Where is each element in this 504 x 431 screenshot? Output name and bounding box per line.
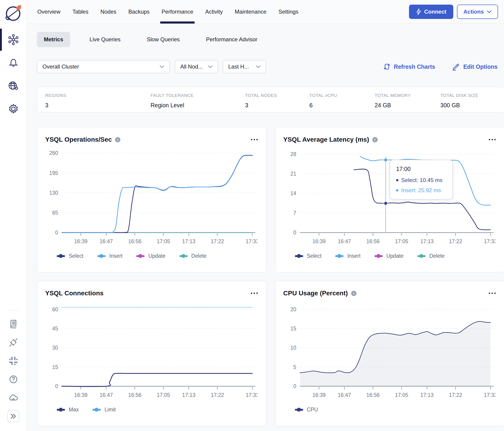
tab-activity[interactable]: Activity: [205, 0, 223, 24]
legend-marker: [295, 409, 303, 411]
subtab-performance-advisor[interactable]: Performance Advisor: [199, 32, 264, 47]
plug-icon: [8, 337, 18, 348]
tab-overview[interactable]: Overview: [37, 0, 61, 24]
lightning-icon: [416, 8, 422, 15]
edit-options-label: Edit Options: [463, 64, 497, 70]
legend-marker: [417, 255, 426, 257]
legend-item-select[interactable]: Select: [295, 253, 322, 259]
subtab-slow-queries[interactable]: Slow Queries: [140, 32, 187, 47]
legend-item-max[interactable]: Max: [57, 407, 79, 413]
info-icon[interactable]: i: [351, 291, 356, 296]
chart-menu-button[interactable]: [250, 291, 258, 296]
legend-item-cpu[interactable]: CPU: [295, 407, 318, 413]
svg-text:30: 30: [52, 345, 58, 351]
svg-text:5: 5: [293, 364, 296, 370]
sidebar-item-alerts[interactable]: [7, 57, 19, 69]
svg-text:17:05: 17:05: [157, 392, 170, 398]
chart-canvas-ysql-connections: 01530456016:3916:4716:5617:0517:1317:221…: [45, 301, 257, 401]
legend-item-limit[interactable]: Limit: [92, 407, 116, 413]
legend-item-update[interactable]: Update: [374, 253, 404, 259]
time-range-value: Last H...: [228, 64, 249, 70]
chart-plot-area[interactable]: 0510152016:3916:4716:5617:0517:1317:2217…: [283, 301, 496, 402]
stat-regions: REGIONS3: [45, 93, 151, 112]
svg-text:17:05: 17:05: [395, 238, 408, 244]
stat-label: FAULT TOLERANCE: [151, 93, 245, 98]
chart-menu-button[interactable]: [488, 291, 496, 296]
sidebar-item-docs[interactable]: [7, 318, 19, 330]
svg-text:16:56: 16:56: [366, 392, 379, 398]
subtab-live-queries[interactable]: Live Queries: [82, 32, 127, 47]
svg-text:14: 14: [290, 190, 296, 196]
tab-settings[interactable]: Settings: [278, 0, 299, 24]
tooltip-row-select: Select: 10.45 ms: [396, 177, 446, 183]
sidebar-item-slack[interactable]: [7, 355, 19, 367]
legend-marker: [136, 255, 144, 257]
chart-title: YSQL Average Latency (ms): [283, 136, 369, 143]
sidebar-item-cloud-status[interactable]: [7, 392, 19, 404]
chart-title: CPU Usage (Percent): [283, 290, 348, 297]
tooltip-series-value: Select: 10.45 ms: [401, 177, 442, 183]
stat-value: Region Level: [151, 102, 245, 109]
chart-legend: CPU: [295, 407, 496, 413]
info-icon[interactable]: i: [372, 137, 378, 142]
brand-logo-icon[interactable]: [3, 3, 24, 23]
tab-nodes[interactable]: Nodes: [100, 0, 117, 24]
sidebar-item-integrations[interactable]: [7, 336, 19, 348]
svg-text:16:56: 16:56: [128, 238, 142, 244]
help-icon: [9, 375, 18, 384]
edit-options-button[interactable]: Edit Options: [452, 63, 497, 71]
time-range-select[interactable]: Last H...: [223, 60, 266, 73]
slack-icon: [9, 356, 18, 366]
stat-label: TOTAL vCPU: [309, 93, 375, 98]
tab-tables[interactable]: Tables: [72, 0, 89, 24]
refresh-charts-button[interactable]: Refresh Charts: [383, 63, 435, 71]
sidebar-divider: [8, 310, 18, 311]
legend-label: Delete: [429, 253, 444, 259]
nodes-select-value: All Nod...: [180, 64, 203, 70]
sidebar-expand-button[interactable]: [7, 410, 19, 422]
sidebar-item-help[interactable]: [7, 373, 19, 385]
legend-item-insert[interactable]: Insert: [97, 253, 123, 259]
legend-item-insert[interactable]: Insert: [335, 253, 360, 259]
svg-text:65: 65: [52, 210, 58, 216]
cluster-select[interactable]: Overall Cluster: [37, 60, 170, 73]
svg-text:16:39: 16:39: [74, 238, 88, 244]
svg-text:15: 15: [52, 364, 58, 370]
legend-item-select[interactable]: Select: [57, 253, 83, 259]
info-icon[interactable]: i: [115, 137, 120, 142]
chart-plot-area[interactable]: 01530456016:3916:4716:5617:0517:1317:221…: [45, 301, 258, 402]
svg-text:16:56: 16:56: [366, 238, 379, 244]
svg-text:130: 130: [49, 190, 58, 196]
chart-menu-button[interactable]: [250, 137, 258, 142]
chart-header: CPU Usage (Percent)i: [283, 288, 496, 299]
actions-label: Actions: [463, 9, 484, 15]
nodes-select[interactable]: All Nod...: [175, 60, 218, 73]
actions-button[interactable]: Actions: [457, 5, 498, 19]
sidebar-item-settings[interactable]: [7, 103, 19, 115]
svg-text:28: 28: [290, 151, 296, 157]
svg-text:195: 195: [49, 170, 58, 176]
tooltip-series-dot: [396, 189, 398, 192]
subtab-metrics[interactable]: Metrics: [37, 32, 70, 47]
chart-plot-area[interactable]: 0714212816:3916:4716:5617:0517:1317:2217…: [283, 148, 496, 248]
sidebar-item-clusters[interactable]: [7, 34, 19, 46]
legend-item-delete[interactable]: Delete: [179, 253, 207, 259]
tab-performance[interactable]: Performance: [161, 0, 194, 24]
chart-legend: MaxLimit: [57, 407, 258, 413]
sidebar-footer: [0, 310, 27, 431]
connect-button[interactable]: Connect: [409, 5, 453, 19]
chart-menu-button[interactable]: [488, 137, 496, 142]
legend-item-delete[interactable]: Delete: [417, 253, 444, 259]
chart-plot-area[interactable]: 06513019526016:3916:4716:5617:0517:1317:…: [45, 148, 258, 248]
sidebar-item-network[interactable]: [7, 80, 19, 92]
svg-text:16:56: 16:56: [128, 392, 142, 398]
tab-backups[interactable]: Backups: [128, 0, 150, 24]
svg-text:17:05: 17:05: [395, 392, 408, 398]
legend-marker: [92, 409, 101, 411]
legend-item-update[interactable]: Update: [136, 253, 165, 259]
stat-value: 24 GB: [375, 102, 440, 109]
chart-title: YSQL Connections: [45, 290, 104, 297]
svg-text:0: 0: [55, 383, 58, 389]
tab-maintenance[interactable]: Maintenance: [234, 0, 267, 24]
svg-text:45: 45: [52, 326, 58, 331]
